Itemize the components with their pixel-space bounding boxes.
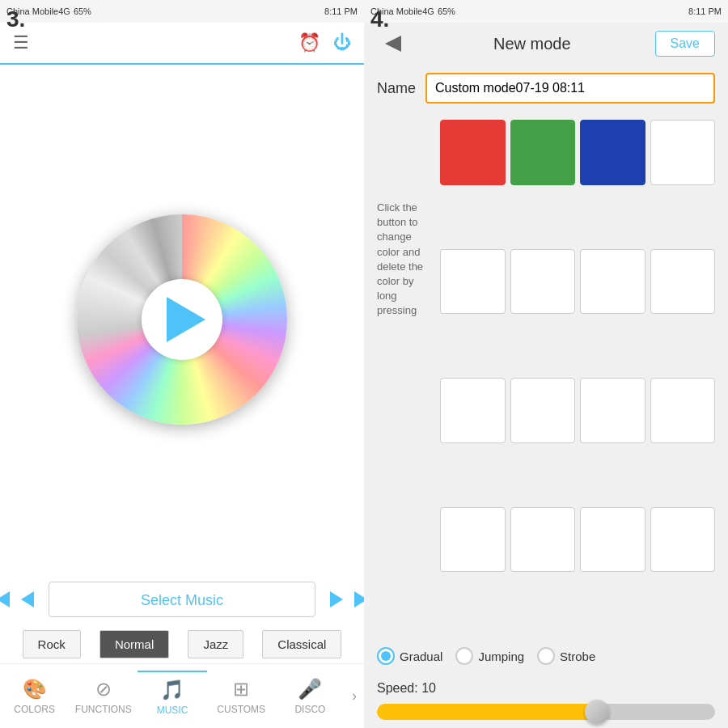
radio-row: Gradual Jumping Strobe <box>364 639 728 673</box>
radio-jumping-label: Jumping <box>478 650 524 663</box>
color-cell-red[interactable] <box>440 120 506 185</box>
color-cell-empty-5[interactable] <box>650 249 716 315</box>
hint-text: Click the button to change color and del… <box>377 120 434 631</box>
cd-center[interactable] <box>142 279 222 360</box>
back-button[interactable] <box>377 28 409 60</box>
prev-button[interactable] <box>13 585 42 614</box>
color-cell-empty-9[interactable] <box>650 378 716 443</box>
name-label: Name <box>377 80 416 97</box>
radio-jumping[interactable]: Jumping <box>455 647 524 665</box>
genre-tabs: Rock Normal Jazz Classical <box>0 625 364 663</box>
toolbar-right: New mode Save <box>364 23 728 65</box>
genre-jazz[interactable]: Jazz <box>188 630 243 658</box>
colors-label: COLORS <box>14 704 55 715</box>
color-grid <box>440 120 715 631</box>
name-row: Name <box>364 65 728 112</box>
left-panel: China Mobile4G 65% 8:11 PM 3. ☰ ⏰ ⏻ Sele… <box>0 0 364 728</box>
step-number-3: 3. <box>6 6 25 32</box>
color-cell-empty-12[interactable] <box>580 507 645 573</box>
color-cell-empty-4[interactable] <box>580 249 645 315</box>
time-left: 8:11 PM <box>324 6 358 16</box>
cd-area <box>0 65 364 574</box>
play-button[interactable] <box>167 297 205 342</box>
next-icon <box>330 591 343 607</box>
functions-label: FUNCTIONS <box>75 704 132 715</box>
customs-icon: ⊞ <box>233 678 249 700</box>
colors-icon: 🎨 <box>23 678 47 700</box>
time-right: 8:11 PM <box>688 6 722 16</box>
music-label: MUSIC <box>157 705 188 716</box>
genre-rock[interactable]: Rock <box>23 630 81 658</box>
toolbar-left: ☰ ⏰ ⏻ <box>0 23 364 65</box>
customs-label: CUSTOMS <box>217 704 265 715</box>
prev-icon <box>21 591 34 607</box>
disco-label: DISCO <box>294 704 325 715</box>
nav-music[interactable]: 🎵 MUSIC <box>138 671 206 722</box>
battery-right: 65% <box>438 6 455 16</box>
save-button[interactable]: Save <box>655 31 715 57</box>
nav-more[interactable]: › <box>345 688 364 705</box>
page-title: New mode <box>493 35 571 53</box>
bottom-nav: 🎨 COLORS ⊘ FUNCTIONS 🎵 MUSIC ⊞ CUSTOMS 🎤… <box>0 663 364 728</box>
nav-functions[interactable]: ⊘ FUNCTIONS <box>69 671 138 722</box>
cd-disc <box>77 214 287 425</box>
next-button[interactable] <box>322 585 351 614</box>
battery-left: 65% <box>74 6 91 16</box>
color-cell-empty-13[interactable] <box>650 507 716 573</box>
speed-section: Speed: 10 <box>364 673 728 728</box>
status-bar-left: China Mobile4G 65% 8:11 PM <box>0 0 364 23</box>
right-panel: China Mobile4G 65% 8:11 PM 4. New mode S… <box>364 0 728 728</box>
color-cell-empty-7[interactable] <box>510 378 576 443</box>
speed-slider-track[interactable] <box>377 704 715 720</box>
disco-icon: 🎤 <box>298 678 322 700</box>
nav-colors[interactable]: 🎨 COLORS <box>0 671 69 722</box>
alarm-icon[interactable]: ⏰ <box>298 32 320 53</box>
step-number-4: 4. <box>370 6 389 32</box>
genre-classical[interactable]: Classical <box>262 630 341 658</box>
color-cell-empty-10[interactable] <box>440 507 506 573</box>
nav-customs[interactable]: ⊞ CUSTOMS <box>207 671 276 722</box>
color-cell-empty-6[interactable] <box>440 378 506 443</box>
radio-strobe[interactable]: Strobe <box>537 647 595 665</box>
nav-disco[interactable]: 🎤 DISCO <box>276 671 345 722</box>
color-cell-empty-1[interactable] <box>650 120 716 185</box>
music-controls: Select Music <box>0 574 364 625</box>
color-cell-green[interactable] <box>510 120 576 185</box>
radio-gradual-circle <box>377 647 395 665</box>
music-icon: 🎵 <box>160 679 184 701</box>
speed-slider-thumb[interactable] <box>585 700 609 724</box>
color-cell-empty-2[interactable] <box>440 249 506 315</box>
color-cell-empty-8[interactable] <box>580 378 645 443</box>
radio-gradual[interactable]: Gradual <box>377 647 442 665</box>
radio-strobe-circle <box>537 647 555 665</box>
menu-icon[interactable]: ☰ <box>13 32 29 53</box>
radio-strobe-label: Strobe <box>560 650 595 663</box>
power-icon[interactable]: ⏻ <box>333 32 351 53</box>
back-icon <box>385 36 401 52</box>
radio-jumping-circle <box>455 647 473 665</box>
name-input[interactable] <box>425 73 715 104</box>
genre-normal[interactable]: Normal <box>99 630 169 658</box>
color-cell-blue[interactable] <box>580 120 645 185</box>
radio-gradual-label: Gradual <box>400 650 442 663</box>
speed-label: Speed: 10 <box>377 681 715 696</box>
color-cell-empty-3[interactable] <box>510 249 576 315</box>
functions-icon: ⊘ <box>95 678 112 700</box>
toolbar-right-icons: ⏰ ⏻ <box>298 32 351 53</box>
color-grid-section: Click the button to change color and del… <box>364 112 728 639</box>
select-music-button[interactable]: Select Music <box>49 582 315 617</box>
status-bar-right: China Mobile4G 65% 8:11 PM <box>364 0 728 23</box>
color-cell-empty-11[interactable] <box>510 507 576 573</box>
